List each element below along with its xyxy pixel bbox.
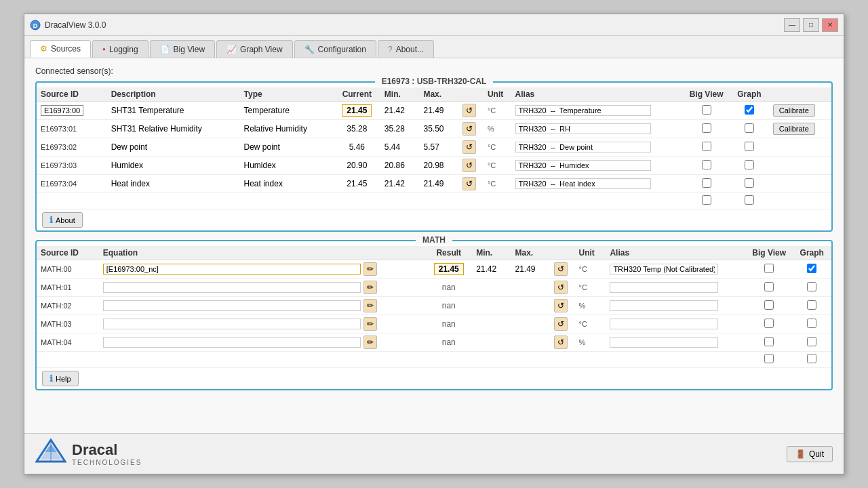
reset-icon-4[interactable]: ↺ (462, 177, 476, 190)
math-col-result: Result (425, 246, 472, 260)
reset-icon-1[interactable]: ↺ (462, 122, 476, 136)
tab-bigview[interactable]: 📄 Big View (150, 40, 215, 58)
logging-tab-label: Logging (109, 45, 138, 54)
bigview-check-4[interactable] (702, 178, 711, 188)
bigview-check-1[interactable] (702, 123, 711, 133)
bigview-check-extra[interactable] (702, 195, 711, 205)
reset-icon-0[interactable]: ↺ (462, 104, 476, 117)
graph-check-4[interactable] (745, 178, 754, 188)
alias-input-4[interactable] (515, 178, 651, 189)
tab-configuration[interactable]: 🔧 Configuration (294, 40, 376, 58)
graph-check-extra[interactable] (745, 195, 754, 205)
bigview-check-0[interactable] (702, 105, 711, 115)
edit-icon-3[interactable]: ✏ (363, 317, 377, 331)
math-graph-check-3[interactable] (807, 319, 816, 328)
type-0: Temperature (244, 106, 290, 115)
graph-check-0[interactable] (745, 105, 754, 115)
reset-icon-3[interactable]: ↺ (462, 159, 476, 172)
edit-icon-2[interactable]: ✏ (363, 299, 377, 312)
bigview-check-2[interactable] (702, 142, 711, 151)
alias-input-1[interactable] (515, 123, 651, 134)
alias-input-2[interactable] (515, 142, 651, 152)
type-1: Relative Humidity (244, 124, 307, 134)
edit-icon-4[interactable]: ✏ (363, 336, 377, 349)
math-graph-check-0[interactable] (807, 264, 816, 273)
math-bigview-check-3[interactable] (764, 319, 774, 328)
math-reset-icon-2[interactable]: ↺ (554, 299, 568, 312)
equation-input-1[interactable] (103, 282, 361, 293)
equation-input-2[interactable] (103, 300, 361, 311)
alias-input-3[interactable] (515, 160, 651, 171)
math-reset-icon-3[interactable]: ↺ (554, 317, 568, 331)
sensor-panel-title-wrapper: E16973 : USB-TRH320-CAL (37, 77, 831, 86)
math-col-graph: Graph (793, 246, 831, 260)
edit-icon-1[interactable]: ✏ (363, 281, 377, 294)
math-row-4: MATH:04 ✏ nan ↺ % (37, 333, 831, 352)
type-2: Dew point (244, 142, 280, 152)
bigview-check-3[interactable] (702, 160, 711, 169)
titlebar-controls: — □ ✕ (784, 18, 838, 32)
math-col-alias: Alias (606, 246, 745, 260)
equation-input-0[interactable] (103, 264, 361, 274)
math-col-big-view: Big View (746, 246, 793, 260)
sensor-row-4: E16973:04 Heat index Heat index 21.45 21… (37, 175, 831, 193)
type-3: Humidex (244, 161, 276, 170)
math-reset-icon-4[interactable]: ↺ (554, 336, 568, 349)
math-panel-title-wrapper: MATH (37, 235, 831, 245)
logo-area: Dracal TECHNOLOGIES (35, 439, 142, 470)
math-bigview-check-4[interactable] (764, 337, 774, 346)
svg-text:D: D (33, 22, 38, 29)
unit-3: °C (488, 161, 496, 169)
math-alias-input-3[interactable] (610, 319, 718, 329)
edit-icon-0[interactable]: ✏ (363, 262, 377, 276)
math-unit-4: % (579, 338, 586, 346)
math-unit-3: °C (579, 320, 587, 328)
math-bigview-check-2[interactable] (764, 300, 774, 310)
maximize-button[interactable]: □ (803, 18, 819, 32)
col-big-view: Big View (683, 87, 730, 102)
math-bigview-check-extra[interactable] (764, 354, 774, 363)
reset-icon-2[interactable]: ↺ (462, 140, 476, 154)
equation-input-4[interactable] (103, 337, 361, 348)
math-source-id-4: MATH:04 (41, 338, 72, 346)
math-bigview-check-1[interactable] (764, 282, 774, 291)
math-bigview-check-0[interactable] (764, 264, 774, 273)
tab-sources[interactable]: ⚙ Sources (30, 40, 91, 58)
math-alias-input-0[interactable] (610, 264, 718, 274)
bigview-tab-label: Big View (174, 45, 205, 54)
math-graph-check-extra[interactable] (807, 354, 816, 363)
equation-input-3[interactable] (103, 319, 361, 329)
math-row-0: MATH:00 ✏ 21.45 21.42 21.49 ↺ °C (37, 260, 831, 279)
math-alias-input-2[interactable] (610, 300, 718, 311)
math-reset-icon-0[interactable]: ↺ (554, 262, 568, 276)
calibrate-btn-1[interactable]: Calibrate (773, 123, 815, 135)
about-button[interactable]: ℹ About (42, 212, 83, 228)
graph-check-1[interactable] (745, 123, 754, 133)
help-button[interactable]: ℹ Help (42, 371, 79, 386)
calibrate-btn-0[interactable]: Calibrate (773, 104, 815, 117)
math-reset-icon-1[interactable]: ↺ (554, 281, 568, 294)
quit-button[interactable]: 🚪 Quit (787, 446, 833, 462)
close-button[interactable]: ✕ (822, 18, 838, 32)
graph-check-3[interactable] (745, 160, 754, 169)
minimize-button[interactable]: — (784, 18, 800, 32)
tab-about[interactable]: ? About... (378, 40, 434, 58)
current-2: 5.46 (349, 142, 365, 152)
tab-logging[interactable]: ● Logging (92, 40, 149, 58)
main-content: Connected sensor(s): E16973 : USB-TRH320… (24, 58, 844, 433)
sensor-panel: E16973 : USB-TRH320-CAL Source ID Descri… (35, 81, 833, 232)
main-window: D DracalView 3.0.0 — □ ✕ ⚙ Sources ● Log… (24, 14, 844, 474)
math-graph-check-2[interactable] (807, 300, 816, 310)
math-alias-input-1[interactable] (610, 282, 718, 293)
math-graph-check-4[interactable] (807, 337, 816, 346)
math-graph-check-1[interactable] (807, 282, 816, 291)
min-1: 35.28 (384, 124, 405, 134)
math-col-max: Max. (511, 246, 550, 260)
tab-graphview[interactable]: 📈 Graph View (216, 40, 292, 58)
graph-check-2[interactable] (745, 142, 754, 151)
alias-input-0[interactable] (515, 105, 651, 116)
math-alias-input-4[interactable] (610, 337, 718, 348)
col-source-id: Source ID (37, 87, 107, 102)
max-2: 5.57 (423, 142, 439, 152)
math-source-id-2: MATH:02 (41, 302, 72, 310)
